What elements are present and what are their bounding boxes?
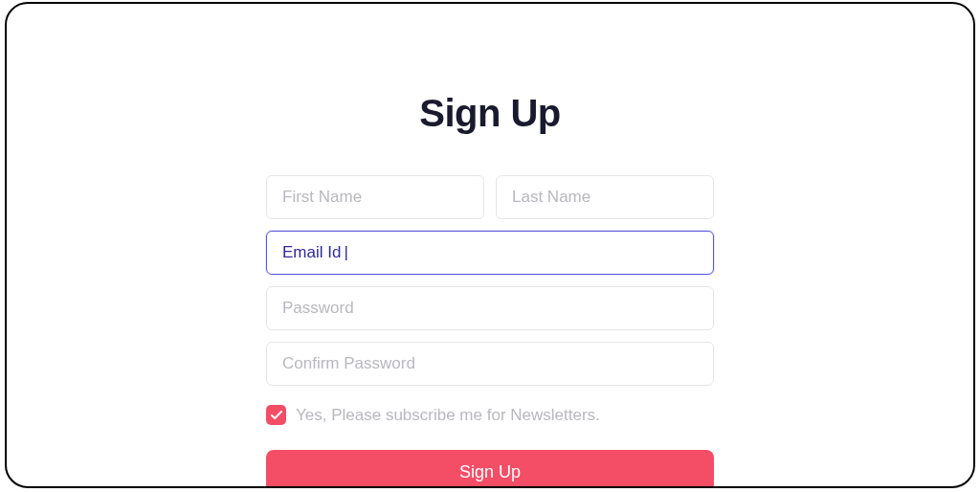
email-field-text: Email Id	[282, 243, 341, 262]
first-name-field[interactable]	[266, 175, 484, 219]
page-title: Sign Up	[419, 92, 561, 135]
newsletter-label: Yes, Please subscribe me for Newsletters…	[296, 406, 600, 425]
confirm-password-field[interactable]	[266, 342, 714, 386]
signup-button[interactable]: Sign Up	[266, 450, 714, 488]
signup-window: Sign Up Email Id | Yes,	[5, 2, 975, 488]
email-field-content: Email Id |	[282, 232, 698, 274]
last-name-field[interactable]	[496, 175, 714, 219]
check-icon	[271, 411, 282, 420]
text-caret: |	[344, 243, 347, 262]
email-field[interactable]: Email Id |	[266, 231, 714, 275]
newsletter-row: Yes, Please subscribe me for Newsletters…	[266, 405, 714, 425]
name-row	[266, 175, 714, 219]
signup-content: Sign Up Email Id | Yes,	[7, 4, 973, 488]
signup-form: Email Id | Yes, Please subscribe me for …	[266, 175, 714, 488]
password-field[interactable]	[266, 286, 714, 330]
newsletter-checkbox[interactable]	[266, 405, 286, 425]
